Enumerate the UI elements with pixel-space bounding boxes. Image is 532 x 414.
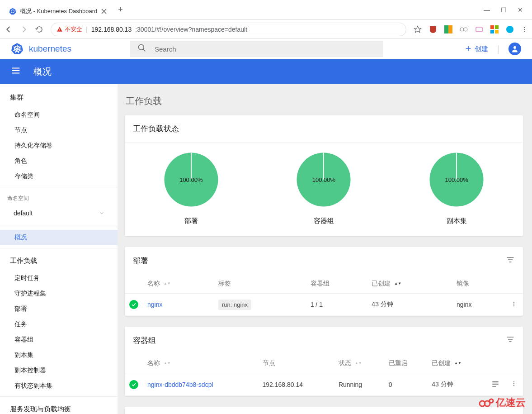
url-path: :30001/#!/overview?namespace=default xyxy=(135,26,247,33)
tab-favicon-icon xyxy=(9,8,16,15)
deployment-name-link[interactable]: nginx xyxy=(147,301,162,308)
close-icon[interactable] xyxy=(101,8,107,14)
chart-pct: 100.00% xyxy=(179,176,202,183)
col-created[interactable]: 已创建 xyxy=(372,280,391,287)
row-more-icon[interactable] xyxy=(505,373,523,396)
pods-table: 名称 ▲▼ 节点 状态 ▲▼ 已重启 已创建 ▲▼ nginx-dbddb74b… xyxy=(125,354,523,396)
url-field[interactable]: 不安全 | 192.168.80.13:30001/#!/overview?na… xyxy=(51,23,406,36)
chevron-down-icon xyxy=(99,209,104,217)
sidebar-group-workloads[interactable]: 工作负载 xyxy=(0,251,118,271)
sidebar-separator xyxy=(0,248,118,248)
star-icon[interactable] xyxy=(414,25,422,33)
table-row: nginx run: nginx 1 / 1 43 分钟 nginx xyxy=(125,294,523,316)
sidebar-item-namespaces[interactable]: 命名空间 xyxy=(0,107,118,123)
sidebar: 集群 命名空间 节点 持久化存储卷 角色 存储类 命名空间 default 概况… xyxy=(0,84,118,414)
pod-name-link[interactable]: nginx-dbddb74b8-sdcpl xyxy=(147,381,213,388)
ext3-icon[interactable] xyxy=(460,25,468,33)
profile-icon[interactable] xyxy=(508,43,521,55)
svg-rect-4 xyxy=(448,25,452,33)
cell-image: nginx xyxy=(452,294,505,316)
svg-point-34 xyxy=(513,301,514,302)
watermark-logo-icon xyxy=(479,397,494,408)
sidebar-item-replicasets[interactable]: 副本集 xyxy=(0,347,118,363)
forward-icon[interactable] xyxy=(20,25,28,33)
close-window-icon[interactable]: ✕ xyxy=(518,6,523,14)
search-input[interactable] xyxy=(155,45,376,53)
ext5-icon[interactable] xyxy=(490,25,499,33)
menu-icon[interactable] xyxy=(11,66,21,77)
logs-icon[interactable] xyxy=(487,373,505,396)
namespace-selected: default xyxy=(14,209,33,217)
search-box[interactable] xyxy=(130,41,383,57)
sidebar-separator xyxy=(0,396,118,397)
chart-replicasets: 100.00% 副本集 xyxy=(428,152,485,232)
col-restarts[interactable]: 已重启 xyxy=(389,359,408,366)
back-icon[interactable] xyxy=(5,25,13,33)
browser-more-icon[interactable] xyxy=(521,26,527,33)
filter-icon[interactable] xyxy=(506,335,515,346)
ublock-icon[interactable] xyxy=(429,25,437,33)
sidebar-item-deployments[interactable]: 部署 xyxy=(0,301,118,317)
svg-point-14 xyxy=(524,29,525,29)
sidebar-item-storageclass[interactable]: 存储类 xyxy=(0,169,118,184)
tab-title: 概况 - Kubernetes Dashboard xyxy=(20,7,97,15)
address-bar: 不安全 | 192.168.80.13:30001/#!/overview?na… xyxy=(0,20,532,39)
sidebar-group-cluster[interactable]: 集群 xyxy=(0,88,118,107)
svg-point-13 xyxy=(524,27,525,28)
col-name[interactable]: 名称 xyxy=(147,359,160,366)
ext2-icon[interactable] xyxy=(444,25,452,33)
sidebar-item-nodes[interactable]: 节点 xyxy=(0,123,118,138)
k8s-logo[interactable]: kubernetes xyxy=(11,43,71,55)
sidebar-item-roles[interactable]: 角色 xyxy=(0,153,118,169)
cell-restarts: 0 xyxy=(384,373,427,396)
svg-marker-0 xyxy=(9,8,16,15)
svg-point-6 xyxy=(464,28,467,31)
col-status[interactable]: 状态 xyxy=(339,359,351,366)
browser-tab[interactable]: 概况 - Kubernetes Dashboard xyxy=(4,3,113,19)
brand-text: kubernetes xyxy=(29,44,71,54)
sidebar-item-pv[interactable]: 持久化存储卷 xyxy=(0,138,118,153)
col-created[interactable]: 已创建 xyxy=(432,359,451,366)
cell-pods: 1 / 1 xyxy=(306,294,367,316)
col-images[interactable]: 镜像 xyxy=(457,280,469,287)
svg-point-25 xyxy=(139,45,144,50)
reload-icon[interactable] xyxy=(35,25,43,33)
sidebar-item-statefulsets[interactable]: 有状态副本集 xyxy=(0,378,118,394)
sidebar-item-overview[interactable]: 概况 xyxy=(0,230,118,245)
ext4-icon[interactable] xyxy=(475,25,483,33)
url-host: 192.168.80.13 xyxy=(91,26,132,33)
blue-toolbar: 概况 xyxy=(0,59,532,84)
cell-status: Running xyxy=(334,373,384,396)
svg-point-37 xyxy=(513,381,514,382)
col-node[interactable]: 节点 xyxy=(263,359,275,366)
watermark-text: 亿速云 xyxy=(496,396,526,409)
row-more-icon[interactable] xyxy=(505,294,523,316)
col-name[interactable]: 名称 xyxy=(147,280,160,287)
sidebar-group-discovery[interactable]: 服务发现与负载均衡 xyxy=(0,400,118,414)
svg-point-38 xyxy=(513,383,514,384)
sidebar-item-daemonsets[interactable]: 守护进程集 xyxy=(0,286,118,301)
new-tab-icon[interactable]: + xyxy=(118,5,123,14)
svg-line-26 xyxy=(143,49,146,52)
col-pods[interactable]: 容器组 xyxy=(311,280,330,287)
filter-icon[interactable] xyxy=(506,255,515,266)
ext6-icon[interactable] xyxy=(506,25,514,33)
svg-point-27 xyxy=(513,46,516,49)
svg-point-2 xyxy=(59,30,60,31)
app-header: kubernetes 创建 | xyxy=(0,39,532,59)
chart-label: 容器组 xyxy=(314,213,334,232)
replicasets-card: 副本集 名称 ▲▼ 标签 容器组 已创建 ▲▼ 镜像 xyxy=(125,407,523,414)
col-labels[interactable]: 标签 xyxy=(218,280,231,287)
sidebar-item-jobs[interactable]: 任务 xyxy=(0,317,118,332)
svg-point-35 xyxy=(513,303,514,304)
chart-deployments: 100.00% 部署 xyxy=(163,152,219,232)
namespace-select[interactable]: default xyxy=(7,205,110,221)
sidebar-item-cronjobs[interactable]: 定时任务 xyxy=(0,271,118,286)
search-icon xyxy=(137,43,146,54)
maximize-icon[interactable]: ☐ xyxy=(501,6,507,14)
sidebar-item-pods[interactable]: 容器组 xyxy=(0,332,118,347)
insecure-warning-icon: 不安全 xyxy=(56,25,82,33)
minimize-icon[interactable]: — xyxy=(484,6,490,14)
create-button[interactable]: 创建 xyxy=(465,45,488,53)
sidebar-item-rc[interactable]: 副本控制器 xyxy=(0,363,118,378)
